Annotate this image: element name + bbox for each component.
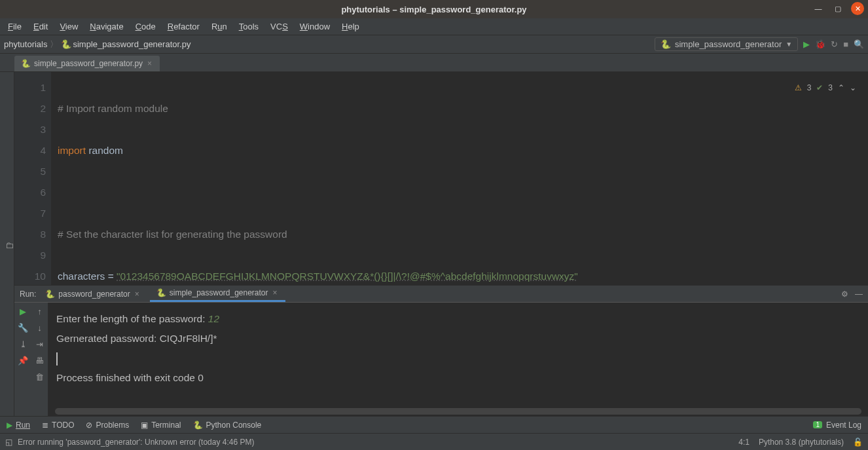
menu-window[interactable]: Window [295,20,335,33]
step-up-icon[interactable]: ↑ [37,307,42,316]
warning-icon: ⚠ [795,77,802,98]
chevron-down-icon: ▼ [786,41,792,48]
settings-icon[interactable]: ⚙ [841,290,848,299]
console-output[interactable]: Enter the length of the password: 12 Ger… [48,303,868,416]
run-tab-active[interactable]: 🐍 simple_password_generator × [150,286,285,302]
event-log-button[interactable]: Event Log [826,421,861,430]
menu-file[interactable]: File [3,20,27,33]
breadcrumb-project[interactable]: phytutorials [4,39,47,49]
horizontal-scrollbar[interactable] [55,408,861,415]
python-file-icon: 🐍 [21,59,31,68]
search-everywhere-button[interactable]: 🔍 [854,39,864,49]
status-bar: ◱ Error running 'password_generator': Un… [0,433,868,450]
problems-tool-button[interactable]: ⊘Problems [86,421,129,430]
weak-warning-icon: ✔ [816,77,823,98]
run-tool-window: Run: 🐍 password_generator × 🐍 simple_pas… [14,285,868,416]
menu-view[interactable]: View [54,20,83,33]
window-title: phytutorials – simple_password_generator… [0,5,868,14]
todo-tool-button[interactable]: ≣TODO [42,421,74,430]
modify-run-config-button[interactable]: 🔧 [18,323,28,333]
print-button[interactable]: 🖶 [35,356,44,366]
menu-vcs[interactable]: VCS [265,20,293,33]
left-tool-strip: 🗀 Project Structure Favorites [0,72,14,416]
run-tab[interactable]: 🐍 password_generator × [39,287,147,301]
tab-label: simple_password_generator.py [34,59,143,68]
menu-navigate[interactable]: Navigate [84,20,128,33]
toggle-scroll-button[interactable]: ⤓ [20,339,27,349]
window-titlebar: phytutorials – simple_password_generator… [0,0,868,18]
menu-code[interactable]: Code [130,20,161,33]
window-minimize-button[interactable]: — [812,2,825,15]
debug-button[interactable]: 🐞 [815,39,825,49]
soft-wrap-button[interactable]: ⇥ [36,339,43,349]
menu-help[interactable]: Help [336,20,365,33]
code-area[interactable]: # Import random module import random # S… [51,72,868,285]
warning-icon: ⊘ [86,421,92,430]
step-down-icon[interactable]: ↓ [37,323,42,333]
close-tab-icon[interactable]: × [272,288,279,297]
terminal-icon: ▣ [141,421,148,430]
console-caret [56,352,58,366]
python-icon: 🐍 [660,39,671,49]
chevron-up-icon[interactable]: ⌃ [838,77,844,98]
run-label: Run: [20,290,36,299]
hide-button[interactable]: — [855,290,863,299]
status-message: Error running 'password_generator': Unkn… [18,438,254,447]
menu-tools[interactable]: Tools [234,20,264,33]
python-console-tool-button[interactable]: 🐍Python Console [193,421,262,430]
lock-icon[interactable]: 🔓 [853,438,863,447]
play-icon: ▶ [7,421,12,430]
breadcrumb: phytutorials 〉 🐍 simple_password_generat… [4,39,190,50]
project-tool-icon[interactable]: 🗀 [5,240,14,250]
notification-badge: 1 [813,421,822,428]
pin-tab-button[interactable]: 📌 [18,356,28,366]
terminal-tool-button[interactable]: ▣Terminal [141,421,181,430]
run-controls-col1: ▶ 🔧 ⤓ 📌 [14,303,31,416]
gutter-line-numbers: 1 2 3 4 5 6 7 8 9 10 [14,72,51,285]
navigation-bar: phytutorials 〉 🐍 simple_password_generat… [0,35,868,54]
run-configuration-selector[interactable]: 🐍 simple_password_generator ▼ [655,37,798,51]
rerun-button[interactable]: ▶ [20,307,26,316]
stop-button[interactable]: ■ [843,39,848,49]
close-tab-icon[interactable]: × [146,59,153,68]
caret-position[interactable]: 4:1 [738,438,750,447]
window-close-button[interactable]: ✕ [851,2,864,15]
clear-all-button[interactable]: 🗑 [35,372,44,382]
python-file-icon: 🐍 [61,39,71,49]
interpreter-label[interactable]: Python 3.8 (phytutorials) [759,438,844,447]
breadcrumb-file[interactable]: simple_password_generator.py [73,39,190,49]
main-area: 🗀 Project Structure Favorites 1 2 3 4 5 … [0,72,868,416]
menu-edit[interactable]: Edit [28,20,53,33]
python-icon: 🐍 [193,421,203,430]
main-menu-bar: File Edit View Navigate Code Refactor Ru… [0,18,868,35]
run-config-name: simple_password_generator [675,39,782,49]
chevron-down-icon[interactable]: ⌄ [850,77,856,98]
run-controls-col2: ↑ ↓ ⇥ 🖶 🗑 [31,303,48,416]
breadcrumb-separator-icon: 〉 [48,39,60,50]
menu-refactor[interactable]: Refactor [162,20,205,33]
inspection-indicators[interactable]: ⚠3 ✔3 ⌃ ⌄ [795,77,856,98]
python-icon: 🐍 [156,288,166,297]
window-maximize-button[interactable]: ▢ [831,2,844,15]
run-coverage-button[interactable]: ↻ [831,39,838,49]
editor-tab[interactable]: 🐍 simple_password_generator.py × [14,56,160,71]
run-tool-button[interactable]: ▶Run [7,421,30,430]
code-editor[interactable]: 1 2 3 4 5 6 7 8 9 10 # Import random mod… [14,72,868,285]
menu-run[interactable]: Run [206,20,232,33]
tool-windows-toggle-icon[interactable]: ◱ [5,438,12,447]
editor-tabs: 🐍 simple_password_generator.py × [0,54,868,72]
python-icon: 🐍 [45,290,55,299]
bottom-tool-strip: ▶Run ≣TODO ⊘Problems ▣Terminal 🐍Python C… [0,416,868,433]
run-tool-header: Run: 🐍 password_generator × 🐍 simple_pas… [14,286,868,303]
run-button[interactable]: ▶ [803,39,810,49]
close-tab-icon[interactable]: × [134,290,141,299]
list-icon: ≣ [42,421,48,430]
